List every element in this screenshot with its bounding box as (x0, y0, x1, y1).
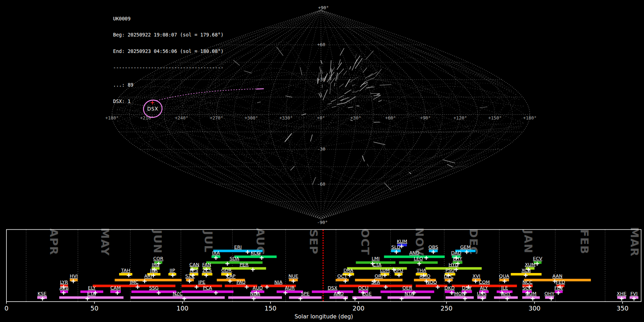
shower-label-NZC: NZC (173, 291, 183, 296)
shower-label-SCC: SCC (522, 285, 532, 291)
shower-label-NTA: NTA (405, 291, 414, 296)
shower-label-ARD: ARD (334, 291, 344, 296)
month-label-SEP: SEP (307, 229, 320, 255)
shower-label-COR: COR (153, 256, 163, 261)
activity-timeline: APRMAYJUNJULAUGSEPOCTNOVDECJANFEBMARKUME… (0, 0, 644, 322)
shower-bar-SDA (206, 261, 262, 264)
month-label-JUL: JUL (202, 230, 215, 253)
shower-label-COM: COM (479, 279, 490, 285)
shower-label-SZC: SZC (185, 273, 195, 279)
shower-label-XCB: XCB (522, 268, 531, 273)
shower-label-ELY: ELY (88, 285, 96, 291)
x-tick-label-50: 50 (91, 305, 98, 312)
shower-bar-KCG (234, 255, 277, 258)
shower-label-XUM: XUM (525, 262, 536, 267)
month-label-FEB: FEB (578, 229, 591, 254)
shower-label-SPE: SPE (301, 291, 309, 296)
shower-label-AND: AND (409, 250, 420, 255)
shower-label-FVI: FVI (630, 291, 638, 296)
end-time: End: 20250923 04:56:06 (sol = 180.08°) (113, 49, 224, 54)
begin-time: Beg: 20250922 19:08:07 (sol = 179.68°) (113, 32, 224, 38)
shower-bar-NTA (387, 296, 431, 299)
shower-label-EHY: EHY (453, 256, 462, 261)
shower-label-AAN: AAN (552, 273, 562, 279)
shower-label-LMI: LMI (372, 256, 380, 261)
shower-label-OCT: OCT (337, 273, 347, 279)
station-id: UK0009 (113, 16, 224, 21)
shower-label-LEO: LEO (414, 256, 423, 261)
shower-label-KUM: KUM (397, 239, 407, 244)
shower-label-HYD: HYD (449, 262, 459, 267)
x-axis: 050100150200250300350Solar longitude (de… (4, 302, 628, 320)
month-label-JUN: JUN (151, 229, 164, 254)
separator-line: -------------------------------------- (113, 65, 224, 70)
shower-label-EGE: EGE (362, 291, 372, 296)
shower-label-NCC: NCC (522, 279, 532, 285)
shower-label-ECV: ECV (533, 256, 542, 261)
dsx-count: DSX: 1 (113, 99, 224, 104)
x-tick-label-150: 150 (264, 305, 276, 312)
x-axis-label: Solar longitude (deg) (294, 313, 353, 320)
shower-bar-AUR (277, 291, 303, 293)
shower-bar-SPE (289, 296, 322, 299)
x-tick-label-250: 250 (440, 305, 452, 312)
x-tick-label-100: 100 (176, 305, 188, 312)
shower-label-XVI: XVI (473, 273, 480, 279)
x-tick-label-300: 300 (528, 305, 540, 312)
shower-bars: KUMERISLDOBSGEMIXAKCGANDDADCORSDALMILEOE… (37, 239, 638, 301)
shower-label-XHE: XHE (617, 291, 626, 296)
shower-bar-NZC (131, 296, 225, 299)
shower-label-CAM: CAM (110, 285, 121, 291)
shower-label-KSE: KSE (38, 291, 47, 296)
shower-label-JMC: JMC (130, 279, 138, 285)
shower-label-OCU: OCU (358, 285, 369, 291)
shower-label-ZCS: ZCS (203, 268, 212, 273)
shower-label-JLE: JLE (501, 285, 508, 291)
shower-label-ERI: ERI (234, 244, 241, 250)
shower-label-SLD: SLD (391, 244, 401, 250)
shower-label-TAH: TAH (121, 268, 130, 273)
shower-label-DSV: DSV (462, 285, 472, 291)
shower-label-AUR: AUR (285, 285, 294, 291)
shower-label-ALY: ALY (480, 285, 488, 291)
shower-bar-JMC (93, 285, 175, 287)
shower-label-DAD: DAD (451, 250, 462, 255)
shower-label-PPS: PPS (190, 268, 198, 273)
shower-label-AUD: AUD (253, 285, 263, 291)
shower-label-RPU: RPU (394, 268, 403, 273)
shower-label-ARI: ARI (144, 273, 152, 279)
shower-bar-SSG (131, 291, 176, 293)
shower-label-AMO: AMO (420, 273, 430, 279)
shower-bar-IPE (182, 285, 222, 287)
shower-label-GUM: GUM (526, 291, 537, 296)
shower-label-OHY: OHY (545, 291, 555, 296)
shower-label-OBS: OBS (429, 244, 438, 250)
shower-bar-ARI (115, 279, 182, 281)
shower-label-FEV: FEV (554, 285, 563, 291)
shower-label-OER: OER (402, 285, 412, 291)
shower-label-JEA: JEA (150, 268, 158, 273)
x-tick-label-0: 0 (4, 305, 8, 312)
shower-label-PSU: PSU (445, 268, 455, 273)
shower-label-IPE: IPE (198, 279, 205, 285)
month-label-APR: APR (48, 228, 60, 255)
shower-label-FED: FED (556, 279, 565, 285)
sporadic-count: ...: 89 (113, 82, 224, 88)
shower-label-ORI: ORI (375, 273, 383, 279)
shower-label-MON: MON (454, 291, 465, 296)
shower-label-SDA: SDA (230, 256, 239, 261)
shower-label-FAN: FAN (202, 262, 211, 267)
month-label-JAN: JAN (522, 229, 535, 254)
shower-label-ETA: ETA (87, 291, 96, 296)
meteor-observation-screen: +90°-90°+60+30-30-60+180°+150°+120°+90°+… (0, 0, 644, 322)
observation-info: UK0009 Beg: 20250922 19:08:07 (sol = 179… (113, 5, 224, 115)
shower-label-PAU: PAU (236, 279, 245, 285)
shower-bar-MON (446, 296, 474, 299)
x-tick-label-200: 200 (352, 305, 364, 312)
x-tick-label-350: 350 (616, 305, 628, 312)
shower-label-AVB: AVB (59, 285, 69, 291)
shower-label-CAN: CAN (189, 262, 199, 267)
shower-label-LUM: LUM (380, 268, 390, 273)
shower-label-GEM: GEM (460, 244, 471, 250)
shower-label-DPC: DPC (444, 273, 454, 279)
